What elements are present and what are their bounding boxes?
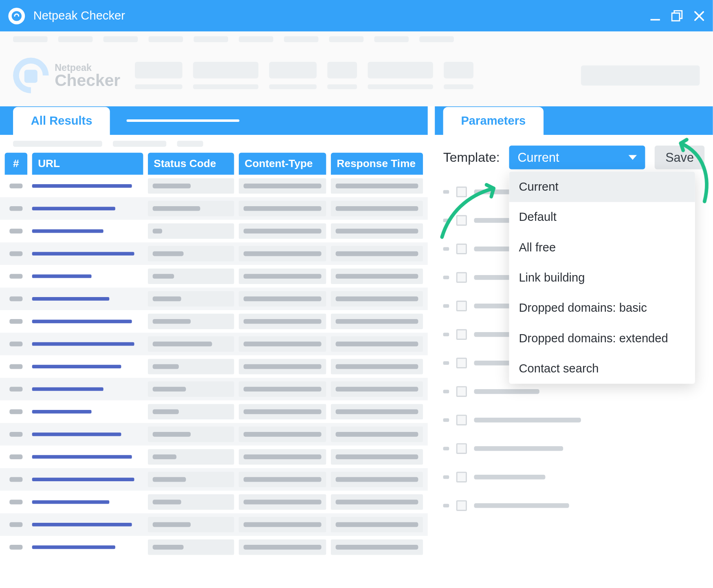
table-row[interactable] [0,333,428,355]
cell-number [5,251,27,256]
table-row[interactable] [0,197,428,220]
cell-response-time [331,381,423,397]
expand-icon[interactable] [443,361,449,365]
cell-response-time [331,404,423,419]
table-row[interactable] [0,536,428,558]
table-row[interactable] [0,423,428,445]
parameter-row [443,463,705,491]
cell-number [5,545,27,550]
template-label: Template: [443,150,500,165]
cell-status-code [147,404,234,419]
expand-icon[interactable] [443,190,449,194]
cell-response-time [331,449,423,465]
cell-number [5,341,27,346]
parameter-checkbox[interactable] [456,329,467,340]
template-option[interactable]: Contact search [509,354,695,384]
table-row[interactable] [0,242,428,265]
table-row[interactable] [0,175,428,197]
parameter-checkbox[interactable] [456,472,467,482]
parameter-checkbox[interactable] [456,500,467,511]
cell-status-code [147,359,234,374]
table-row[interactable] [0,288,428,310]
toolbar-search-placeholder[interactable] [581,65,700,86]
expand-icon[interactable] [443,504,449,507]
toolbar-button[interactable] [327,62,357,79]
logo: Netpeak Checker [13,57,120,93]
filter-placeholder[interactable] [13,141,102,147]
template-option[interactable]: Current [509,172,695,202]
menu-placeholder [284,36,319,42]
table-row[interactable] [0,265,428,287]
parameter-row [443,406,705,434]
table-row[interactable] [0,378,428,400]
table-row[interactable] [0,513,428,536]
cell-url [32,229,143,233]
parameter-checkbox[interactable] [456,301,467,311]
tab-all-results[interactable]: All Results [13,107,110,135]
filter-placeholder[interactable] [177,141,203,147]
filter-placeholder[interactable] [113,141,166,147]
col-response-time[interactable]: Response Time [331,153,423,175]
tab-parameters[interactable]: Parameters [443,107,544,135]
template-option[interactable]: Dropped domains: basic [509,293,695,323]
app-title: Netpeak Checker [33,9,650,23]
table-row[interactable] [0,401,428,423]
cell-url [32,297,143,301]
parameter-checkbox[interactable] [456,215,467,226]
template-option[interactable]: Default [509,202,695,232]
template-option[interactable]: Dropped domains: extended [509,323,695,353]
menubar [0,31,713,47]
table-row[interactable] [0,491,428,513]
cell-content-type [239,246,326,262]
cell-url [32,342,143,346]
parameter-checkbox[interactable] [456,415,467,425]
cell-content-type [239,178,326,194]
cell-url [32,432,143,436]
expand-icon[interactable] [443,276,449,280]
template-option[interactable]: All free [509,232,695,262]
maximize-icon[interactable] [671,10,683,22]
cell-number [5,184,27,189]
tab-add-placeholder[interactable] [127,119,240,122]
parameter-checkbox[interactable] [456,358,467,368]
cell-content-type [239,449,326,465]
col-content-type[interactable]: Content-Type [239,153,326,175]
parameter-checkbox[interactable] [456,272,467,283]
table-row[interactable] [0,446,428,468]
expand-icon[interactable] [443,219,449,222]
minimize-icon[interactable] [650,11,660,21]
cell-response-time [331,269,423,284]
expand-icon[interactable] [443,475,449,479]
col-number[interactable]: # [5,153,27,175]
close-icon[interactable] [694,11,704,21]
expand-icon[interactable] [443,333,449,336]
table-row[interactable] [0,220,428,242]
expand-icon[interactable] [443,247,449,251]
save-button[interactable]: Save [655,145,704,169]
toolbar-button[interactable] [193,62,258,79]
parameter-checkbox[interactable] [456,187,467,197]
template-option[interactable]: Link building [509,262,695,293]
cell-status-code [147,427,234,442]
cell-url [32,207,143,210]
toolbar-button[interactable] [443,62,473,79]
table-row[interactable] [0,355,428,378]
expand-icon[interactable] [443,304,449,308]
expand-icon[interactable] [443,447,449,450]
cell-content-type [239,404,326,419]
cell-status-code [147,269,234,284]
toolbar-button[interactable] [134,62,182,79]
template-select[interactable]: Current CurrentDefaultAll freeLink build… [509,145,645,169]
parameter-checkbox[interactable] [456,244,467,254]
table-row[interactable] [0,310,428,333]
cell-content-type [239,359,326,374]
table-row[interactable] [0,468,428,491]
col-status-code[interactable]: Status Code [148,153,234,175]
expand-icon[interactable] [443,418,449,422]
parameter-checkbox[interactable] [456,443,467,454]
parameter-checkbox[interactable] [456,386,467,397]
expand-icon[interactable] [443,390,449,393]
toolbar-button[interactable] [269,62,317,79]
col-url[interactable]: URL [32,153,143,175]
toolbar-button[interactable] [368,62,433,79]
